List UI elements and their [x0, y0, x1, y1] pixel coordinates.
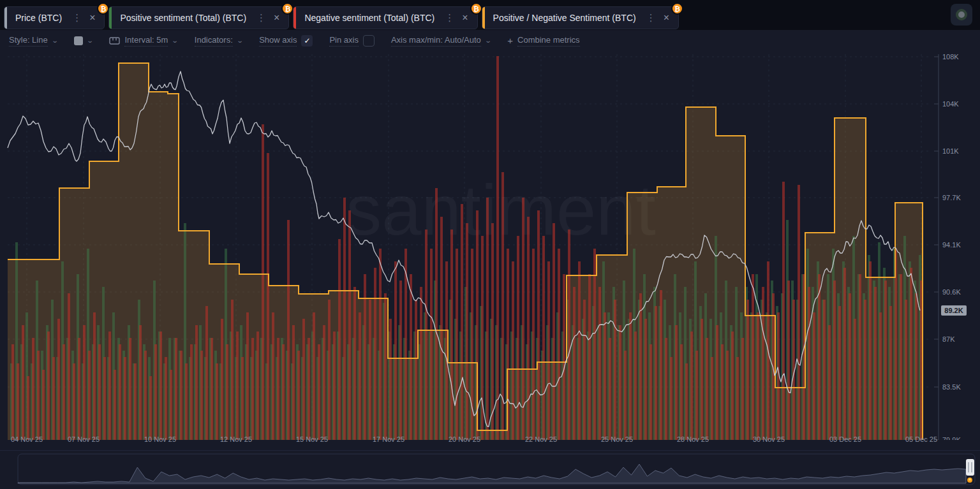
tab-positive-negative-ratio[interactable]: Positive / Negative Sentiment (BTC) ⋮ × …	[482, 6, 679, 29]
price-tick-label: 101K	[942, 147, 959, 155]
negative-bar	[726, 351, 729, 440]
timeline-scrubber[interactable]	[0, 451, 980, 489]
combine-metrics-label: Combine metrics	[517, 35, 580, 47]
tab-negative-sentiment[interactable]: Negative sentiment (Total) (BTC) ⋮ × ₿	[293, 6, 477, 29]
date-tick-label: 28 Nov 25	[677, 435, 709, 443]
negative-bar	[665, 338, 667, 440]
negative-bar	[818, 274, 820, 440]
negative-bar	[690, 332, 693, 440]
negative-bar	[37, 351, 40, 440]
negative-bar	[272, 312, 274, 440]
price-tick-label: 104K	[942, 100, 959, 108]
negative-bar	[17, 363, 19, 440]
kebab-menu-icon[interactable]: ⋮	[645, 12, 657, 24]
negative-bar	[900, 274, 902, 440]
interval-dropdown[interactable]: Interval: 5m ⌄	[109, 35, 177, 47]
negative-bar	[782, 182, 785, 440]
negative-bar	[359, 312, 361, 440]
tab-accent-bar	[482, 7, 485, 29]
negative-bar	[200, 351, 203, 440]
close-icon[interactable]: ×	[462, 12, 468, 24]
negative-bar	[486, 198, 489, 440]
negative-bar	[864, 300, 866, 440]
tab-label: Price (BTC)	[15, 13, 62, 23]
negative-bar	[843, 268, 846, 440]
brush-handle[interactable]	[966, 459, 974, 483]
date-tick-label: 22 Nov 25	[525, 435, 557, 443]
tab-label: Negative sentiment (Total) (BTC)	[304, 13, 434, 23]
negative-bar	[221, 319, 223, 440]
record-circle-icon	[956, 9, 967, 20]
date-tick-label: 10 Nov 25	[144, 435, 176, 443]
negative-bar	[374, 268, 376, 440]
color-swatch-dropdown[interactable]: ⌄	[74, 36, 93, 45]
close-icon[interactable]: ×	[664, 12, 669, 24]
negative-bar	[297, 351, 300, 440]
date-tick-label: 05 Dec 25	[905, 435, 937, 443]
negative-bar	[874, 287, 877, 440]
tab-label: Positive sentiment (Total) (BTC)	[120, 13, 246, 23]
chevron-down-icon: ⌄	[484, 37, 492, 44]
negative-bar	[854, 319, 856, 440]
negative-bar	[660, 290, 662, 440]
tab-price-btc[interactable]: Price (BTC) ⋮ × ₿	[4, 6, 105, 29]
axis-maxmin-label: Axis max/min: Auto/Auto	[391, 35, 481, 47]
negative-bar	[675, 325, 678, 440]
price-tick-label: 83.5K	[942, 383, 961, 391]
bitcoin-badge-icon: ₿	[470, 3, 482, 15]
show-axis-checkbox[interactable]: ✓	[301, 35, 313, 47]
negative-bar	[333, 332, 336, 440]
negative-bar	[47, 332, 50, 440]
negative-bar	[706, 338, 708, 440]
pin-axis-toggle[interactable]: Pin axis	[329, 35, 375, 47]
negative-bar	[563, 274, 565, 440]
negative-bar	[27, 376, 29, 440]
color-swatch	[74, 36, 83, 45]
negative-bar	[308, 338, 310, 440]
brush-handle-bar[interactable]	[966, 459, 974, 476]
tab-positive-sentiment[interactable]: Positive sentiment (Total) (BTC) ⋮ × ₿	[108, 6, 289, 29]
negative-bar	[323, 325, 325, 440]
negative-bar	[440, 217, 443, 440]
plus-icon: +	[507, 35, 513, 46]
negative-bar	[124, 357, 126, 440]
negative-bar	[78, 338, 80, 440]
negative-bar	[813, 312, 815, 440]
tab-accent-bar	[4, 7, 7, 29]
show-axis-toggle[interactable]: Show axis ✓	[259, 35, 313, 47]
close-icon[interactable]: ×	[89, 12, 95, 24]
bitcoin-badge-icon: ₿	[671, 3, 683, 15]
main-chart-canvas[interactable]: santiment108K104K101K97.7K94.1K90.6K87K8…	[0, 51, 980, 440]
negative-bar	[578, 261, 581, 440]
indicators-dropdown[interactable]: Indicators: ⌄	[195, 35, 242, 47]
negative-bar	[527, 217, 530, 440]
pin-axis-checkbox[interactable]	[363, 35, 375, 47]
negative-bar	[450, 230, 453, 440]
price-tick-label: 94.1K	[942, 241, 961, 249]
negative-bar	[588, 274, 591, 440]
negative-bar	[129, 338, 131, 440]
negative-bar	[746, 300, 749, 440]
date-tick-label: 25 Nov 25	[601, 435, 633, 443]
kebab-menu-icon[interactable]: ⋮	[255, 12, 267, 24]
negative-bar	[103, 357, 106, 440]
axis-maxmin-dropdown[interactable]: Axis max/min: Auto/Auto ⌄	[391, 35, 491, 47]
negative-bar	[32, 338, 34, 440]
negative-bar	[614, 300, 616, 440]
negative-bar	[348, 210, 351, 440]
negative-bar	[256, 332, 259, 440]
screenshot-button[interactable]	[951, 4, 972, 26]
negative-bar	[394, 261, 397, 440]
negative-bar	[175, 338, 177, 440]
close-icon[interactable]: ×	[274, 12, 279, 24]
combine-metrics-button[interactable]: + Combine metrics	[507, 35, 579, 47]
section-divider	[0, 450, 980, 451]
style-dropdown[interactable]: Style: Line ⌄	[9, 35, 57, 47]
date-axis: 04 Nov 2507 Nov 2510 Nov 2512 Nov 2515 N…	[0, 435, 980, 447]
negative-bar	[583, 300, 586, 440]
show-axis-label: Show axis	[259, 35, 297, 47]
price-tick-label: 97.7K	[942, 194, 961, 201]
kebab-menu-icon[interactable]: ⋮	[71, 12, 83, 24]
kebab-menu-icon[interactable]: ⋮	[443, 12, 456, 24]
negative-bar	[282, 344, 285, 440]
